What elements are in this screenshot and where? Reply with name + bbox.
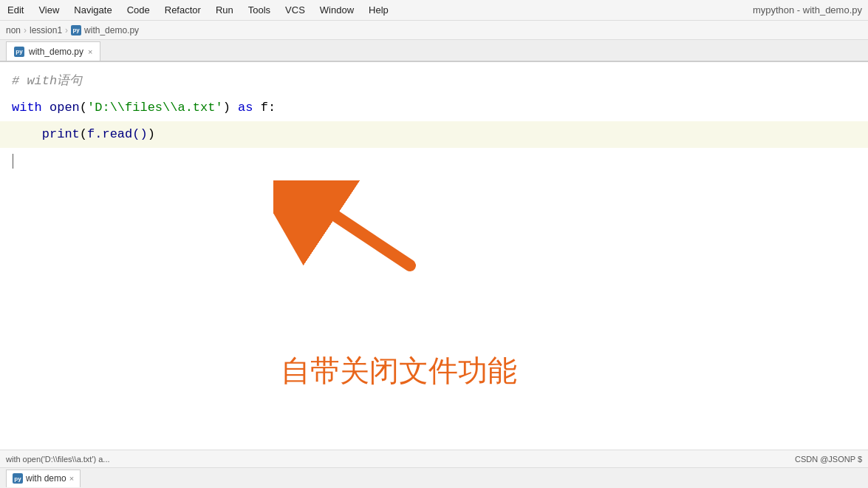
fn-open: open [49,101,80,115]
keyword-as: as [238,101,253,115]
bottom-tab-icon: py [13,473,23,484]
python-file-icon: py [71,25,81,35]
breadcrumb-sep-2: › [65,25,68,35]
colon: : [268,101,276,115]
text-cursor [13,154,13,169]
keyword-with: with [12,101,42,115]
code-line-3[interactable]: print(f.read()) [12,121,856,174]
menu-refactor[interactable]: Refactor [163,4,202,16]
menu-view[interactable]: View [37,4,61,16]
annotation-label: 自带关闭文件功能 [281,350,517,391]
status-csdn: CSDN @JSONP $ [795,455,862,464]
statusbar: with open('D:\\files\\a.txt') a... CSDN … [0,450,868,467]
bottom-tab-bar: py with demo × [0,467,868,488]
editor-area[interactable]: # with语句 with open('D:\\files\\a.txt') a… [0,62,868,450]
string-path: 'D:\\files\\a.txt' [87,101,223,115]
menu-vcs[interactable]: VCS [284,4,307,16]
svg-line-1 [307,197,410,265]
file-tab[interactable]: py with_demo.py × [6,41,100,61]
comment-text: # with语句 [12,74,82,88]
tab-file-icon: py [14,47,24,57]
bottom-tab-with-demo[interactable]: py with demo × [6,470,81,487]
breadcrumb-part-1[interactable]: non [6,25,21,35]
status-left: with open('D:\\files\\a.txt') a... [6,455,110,464]
print-line: print(f.read()) [0,121,868,148]
bottom-tab-label: with demo [26,473,66,484]
code-line-2[interactable]: with open('D:\\files\\a.txt') as f: [12,95,856,121]
window-title: mypython - with_demo.py [753,4,862,16]
print-paren-close: ) [148,127,155,141]
menubar-items: Edit View Navigate Code Refactor Run Too… [6,4,753,16]
menu-code[interactable]: Code [126,4,151,16]
menu-tools[interactable]: Tools [247,4,272,16]
menu-edit[interactable]: Edit [6,4,25,16]
menu-help[interactable]: Help [367,4,390,16]
code-editor[interactable]: # with语句 with open('D:\\files\\a.txt') a… [0,62,868,180]
status-text: with open('D:\\files\\a.txt') a... [6,455,110,464]
paren-open: ( [80,101,87,115]
menu-run[interactable]: Run [214,4,235,16]
tabbar: py with_demo.py × [0,40,868,62]
menu-navigate[interactable]: Navigate [72,4,113,16]
code-line-1[interactable]: # with语句 [12,68,856,95]
print-paren-open: ( [80,127,87,141]
breadcrumb-part-3[interactable]: with_demo.py [84,25,139,35]
menu-window[interactable]: Window [318,4,355,16]
tab-close-button[interactable]: × [88,47,92,56]
status-right: CSDN @JSONP $ [795,455,862,464]
arrow-annotation [273,180,421,269]
breadcrumb: non › lession1 › py with_demo.py [0,21,868,40]
breadcrumb-sep-1: › [24,25,27,35]
var-f: f [261,101,268,115]
tab-label: with_demo.py [29,47,83,57]
method-fread: f.read() [87,127,148,141]
paren-close: ) [223,101,230,115]
breadcrumb-part-2[interactable]: lession1 [30,25,62,35]
menubar: Edit View Navigate Code Refactor Run Too… [0,0,868,21]
bottom-tab-close[interactable]: × [69,474,74,483]
fn-print: print [42,127,80,141]
